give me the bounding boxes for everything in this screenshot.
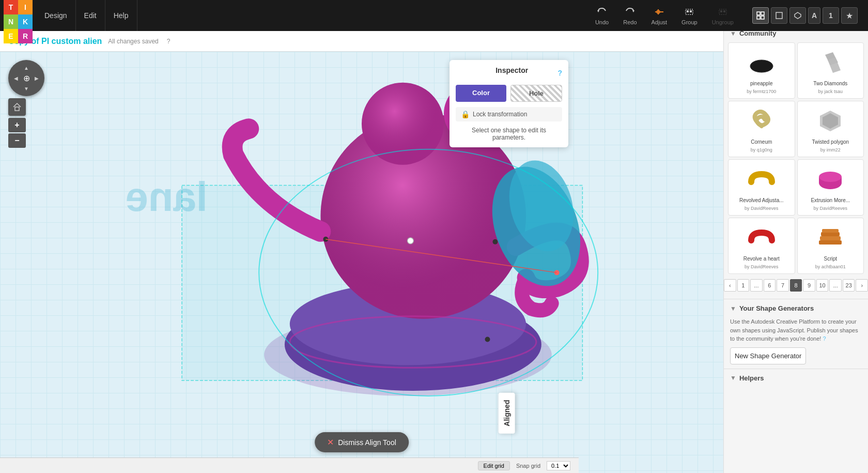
view-star[interactable]: ★ xyxy=(841,7,858,24)
shape-author-heart: by DavidReeves xyxy=(745,264,779,269)
shape-thumb-twisted xyxy=(812,105,848,136)
shape-thumb-two-diamonds xyxy=(812,47,848,78)
shape-name-twisted: Twisted polygon xyxy=(812,139,849,145)
svg-rect-54 xyxy=(820,236,841,240)
shape-name-revolved: Revolved Adjusta... xyxy=(739,197,784,204)
rotate-right[interactable]: ▶ xyxy=(32,73,42,83)
svg-rect-9 xyxy=(720,10,722,12)
color-button[interactable]: Color xyxy=(456,85,506,102)
rotate-down[interactable]: ▼ xyxy=(21,83,32,94)
inspector-help[interactable]: ? xyxy=(557,69,562,77)
logo-n: N xyxy=(4,14,18,29)
shape-item-extrusion[interactable]: Extrusion More... by DavidReeves xyxy=(797,159,864,216)
ungroup-button[interactable]: Ungroup xyxy=(706,4,740,27)
page-1[interactable]: 1 xyxy=(737,279,750,292)
group-button[interactable]: Group xyxy=(675,4,704,27)
svg-rect-53 xyxy=(819,240,842,245)
bottom-bar: Edit grid Snap grid 0.1 0.5 1 xyxy=(0,457,579,473)
logo-t: T xyxy=(4,0,18,14)
adjust-button[interactable]: Adjust xyxy=(645,4,674,27)
svg-rect-13 xyxy=(757,16,760,19)
shape-thumb-extrusion xyxy=(812,164,848,195)
redo-button[interactable]: Redo xyxy=(617,4,643,27)
shape-thumb-corneum xyxy=(743,105,780,136)
dismiss-label: Dismiss Align Tool xyxy=(338,438,396,447)
zoom-in[interactable]: + xyxy=(8,118,26,132)
svg-marker-1 xyxy=(632,10,634,12)
page-8[interactable]: 8 xyxy=(790,279,802,292)
generators-label: Your Shape Generators xyxy=(739,304,814,312)
svg-rect-6 xyxy=(687,10,689,12)
shape-thumb-revolved xyxy=(743,164,780,195)
project-help[interactable]: ? xyxy=(167,38,171,45)
lock-row: 🔒 Lock transformation xyxy=(456,107,562,121)
pagination: ‹ 1 ... 6 7 8 9 10 ... 23 › xyxy=(724,276,868,295)
shape-name-two-diamonds: Two Diamonds xyxy=(813,80,847,87)
svg-rect-12 xyxy=(761,12,764,15)
nav-controls: ▲ ◀ ⊕ ▶ ▼ + − xyxy=(8,60,44,148)
rotate-left[interactable]: ◀ xyxy=(11,73,21,83)
svg-marker-16 xyxy=(795,12,801,19)
nav-help[interactable]: Help xyxy=(105,0,137,31)
page-23[interactable]: 23 xyxy=(843,279,855,292)
edit-grid-button[interactable]: Edit grid xyxy=(478,461,510,470)
page-6[interactable]: 6 xyxy=(764,279,776,292)
page-ellipsis-1: ... xyxy=(750,279,763,292)
nav-edit[interactable]: Edit xyxy=(76,0,105,31)
view-num[interactable]: 1 xyxy=(823,7,839,24)
toolbar: Undo Redo Adjust xyxy=(589,4,868,27)
rotate-up[interactable]: ▲ xyxy=(21,63,32,73)
undo-button[interactable]: Undo xyxy=(589,4,615,27)
lock-icon: 🔒 xyxy=(461,110,470,118)
ungroup-icon xyxy=(717,6,729,18)
page-9[interactable]: 9 xyxy=(803,279,815,292)
page-next[interactable]: › xyxy=(856,279,868,292)
svg-marker-0 xyxy=(597,10,599,12)
view-text[interactable]: A xyxy=(808,7,820,24)
shape-thumb-pineapple xyxy=(743,47,780,78)
shape-author-pineapple: by fermtz1700 xyxy=(747,89,776,94)
view-box[interactable] xyxy=(771,7,787,24)
hole-button[interactable]: Hole xyxy=(510,85,562,102)
view-3d[interactable] xyxy=(789,7,806,24)
svg-rect-7 xyxy=(690,10,692,12)
canvas-area[interactable]: lane ▲ ◀ ⊕ ▶ ▼ xyxy=(0,52,723,473)
shape-thumb-heart xyxy=(743,222,780,253)
shape-item-script[interactable]: Script by achtbaan01 xyxy=(797,218,864,274)
logo-k: K xyxy=(18,14,33,29)
shape-item-heart[interactable]: Revolve a heart by DavidReeves xyxy=(728,218,795,274)
right-panel: ‹ A 1 ★ ▼ Community xyxy=(723,0,868,473)
page-prev[interactable]: ‹ xyxy=(724,279,736,292)
community-section: ▼ Community pineapple by fermtz1700 xyxy=(724,24,868,299)
zoom-out[interactable]: − xyxy=(8,133,26,148)
svg-text:lane: lane xyxy=(126,174,208,220)
shape-item-two-diamonds[interactable]: Two Diamonds by jack tsau xyxy=(797,42,864,99)
group-icon xyxy=(683,6,695,18)
shape-item-twisted[interactable]: Twisted polygon by imm22 xyxy=(797,101,864,157)
nav-design[interactable]: Design xyxy=(36,0,76,31)
shape-item-corneum[interactable]: Corneum by q1g0ng xyxy=(728,101,795,157)
shape-item-revolved[interactable]: Revolved Adjusta... by DavidReeves xyxy=(728,159,795,216)
view-grid[interactable] xyxy=(752,7,769,24)
helpers-label: Helpers xyxy=(739,374,764,382)
helpers-arrow: ▼ xyxy=(730,374,736,382)
shape-item-pineapple[interactable]: pineapple by fermtz1700 xyxy=(728,42,795,99)
dismiss-align-button[interactable]: ✕ Dismiss Align Tool xyxy=(315,432,409,452)
page-10[interactable]: 10 xyxy=(816,279,829,292)
svg-rect-14 xyxy=(761,16,764,19)
title-bar: Copy of PI custom alien All changes save… xyxy=(0,31,723,52)
rotate-control[interactable]: ▲ ◀ ⊕ ▶ ▼ xyxy=(8,60,44,96)
generators-help[interactable]: ? xyxy=(823,335,826,342)
logo[interactable]: T I N K E R xyxy=(0,0,36,31)
shape-name-corneum: Corneum xyxy=(751,139,772,145)
rotate-center[interactable]: ⊕ xyxy=(21,73,32,83)
svg-rect-37 xyxy=(15,107,19,111)
snap-select[interactable]: 0.1 0.5 1 xyxy=(547,461,570,470)
generators-header[interactable]: ▼ Your Shape Generators xyxy=(724,299,868,315)
home-button[interactable] xyxy=(8,98,26,116)
new-shape-generator-button[interactable]: New Shape Generator xyxy=(730,347,806,364)
page-7[interactable]: 7 xyxy=(777,279,789,292)
topbar: T I N K E R Design Edit Help Undo Redo xyxy=(0,0,868,31)
svg-rect-55 xyxy=(821,232,840,236)
helpers-header[interactable]: ▼ Helpers xyxy=(724,369,868,385)
